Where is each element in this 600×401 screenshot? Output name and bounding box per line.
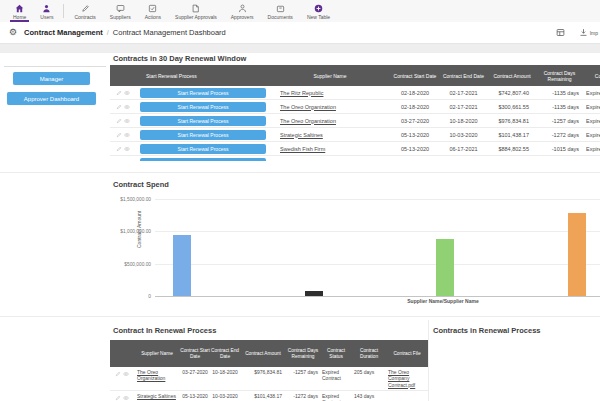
table-row: Start Renewal Process Strategic Saltines…: [110, 128, 600, 142]
contract-file-link[interactable]: The Oreo Company Contract.pdf: [386, 369, 428, 388]
edit-icon[interactable]: [116, 118, 122, 124]
supplier-link[interactable]: The Oreo Organization: [134, 369, 180, 382]
cell-status: Expired: [582, 118, 600, 124]
cell-end-date: 10-18-2020: [210, 369, 240, 375]
eye-icon[interactable]: [124, 104, 130, 110]
nav-suppliers[interactable]: Suppliers: [103, 0, 138, 22]
y-tick: $1,500,000.00: [110, 197, 151, 202]
breadcrumb-app[interactable]: Contract Management: [24, 28, 103, 37]
supplier-link[interactable]: The Ritz Republic: [270, 90, 390, 96]
cell-days: -1257 days: [286, 369, 320, 375]
cell-days: -1135 days: [537, 90, 582, 96]
start-renewal-button[interactable]: Start Renewal Process: [140, 102, 266, 112]
cell-end-date: 06-17-2021: [440, 146, 487, 152]
start-renewal-button[interactable]: Start Renewal Process: [140, 88, 266, 98]
page-band: [0, 44, 600, 53]
in-process-title: Contract In Renewal Process: [113, 326, 216, 335]
header-amount: Contract Amount: [487, 73, 537, 79]
eye-icon[interactable]: [123, 395, 129, 401]
cell-end-date: 10-03-2020: [210, 393, 240, 399]
table-header-row: Supplier Name Contract Start Date Contra…: [110, 340, 428, 367]
header-days: Contract Days Remaining: [537, 70, 582, 82]
cell-amount: $742,807.40: [487, 90, 537, 96]
edit-icon[interactable]: [115, 395, 121, 401]
eye-icon[interactable]: [124, 118, 130, 124]
nav-documents[interactable]: Documents: [261, 0, 300, 22]
header-status: Contract Status: [582, 73, 600, 79]
cell-status: Expired: [582, 90, 600, 96]
edit-icon[interactable]: [116, 132, 122, 138]
y-tick: 0: [110, 294, 151, 299]
cell-status: Expired: [582, 160, 600, 162]
eye-icon[interactable]: [123, 371, 129, 377]
edit-icon[interactable]: [116, 160, 122, 162]
nav-supplier-approvals-label: Supplier Approvals: [175, 14, 217, 20]
supplier-link[interactable]: Strategic Saltines: [270, 132, 390, 138]
import-icon: [579, 28, 588, 37]
cell-amount: $884,802.55: [487, 146, 537, 152]
start-renewal-button[interactable]: Start Renewal Process: [140, 158, 266, 162]
home-icon: [15, 4, 24, 13]
header-file: Contract File: [386, 351, 428, 357]
nav-contracts[interactable]: Contracts: [67, 0, 102, 22]
plot-area: [155, 199, 600, 297]
checkbox-icon: [148, 4, 157, 13]
header-supplier: Supplier Name: [270, 73, 390, 79]
eye-icon[interactable]: [124, 90, 130, 96]
nav-contracts-label: Contracts: [74, 14, 95, 20]
manager-button[interactable]: Manager: [13, 72, 90, 85]
archive-box-icon: [276, 4, 285, 13]
table-grid-icon[interactable]: [556, 28, 565, 37]
header-start-date: Contract Start Date: [390, 73, 440, 79]
gridline: [155, 231, 600, 232]
import-control[interactable]: Imp: [579, 28, 598, 37]
nav-documents-label: Documents: [268, 14, 293, 20]
gear-icon[interactable]: ⚙: [9, 28, 17, 37]
nav-new-table[interactable]: New Table: [300, 0, 337, 22]
cell-amount: $816,566.70: [487, 160, 537, 162]
users-icon: [42, 4, 51, 13]
chart-title: Contract Spend: [113, 180, 169, 189]
y-tick: $1,000,000.00: [110, 229, 151, 234]
nav-home[interactable]: Home: [6, 0, 33, 22]
start-renewal-button[interactable]: Start Renewal Process: [140, 130, 266, 140]
edit-icon[interactable]: [116, 146, 122, 152]
cell-days: -1272 days: [537, 132, 582, 138]
document-check-icon: [191, 4, 200, 13]
cell-end-date: 02-17-2021: [440, 90, 487, 96]
edit-icon[interactable]: [116, 90, 122, 96]
nav-users[interactable]: Users: [33, 0, 60, 22]
table-row: Start Renewal Process Swedish Fish Firm …: [110, 142, 600, 156]
renewal-window-title: Contracts in 30 Day Renewal Window: [113, 54, 246, 63]
sidebar-divider: [4, 66, 106, 67]
cell-days: -1272 days: [286, 393, 320, 399]
supplier-link[interactable]: Swedish Fish Firm: [270, 160, 390, 162]
header-days: Contract Days Remaining: [286, 348, 320, 359]
supplier-link[interactable]: The Oreo Organization: [270, 118, 390, 124]
table-row: The Oreo Organization 03-27-2020 10-18-2…: [110, 367, 428, 391]
supplier-link[interactable]: Swedish Fish Firm: [270, 146, 390, 152]
cell-end-date: 10-03-2020: [440, 132, 487, 138]
navbar-divider: [63, 4, 64, 18]
approver-dashboard-button[interactable]: Approver Dashboard: [7, 92, 96, 105]
start-renewal-button[interactable]: Start Renewal Process: [140, 144, 266, 154]
in-process-table: Supplier Name Contract Start Date Contra…: [110, 340, 428, 401]
edit-icon[interactable]: [116, 104, 122, 110]
eye-icon[interactable]: [124, 160, 130, 162]
supplier-link[interactable]: The Oreo Organization: [270, 104, 390, 110]
nav-supplier-approvals[interactable]: Supplier Approvals: [168, 0, 224, 22]
edit-icon[interactable]: [115, 371, 121, 377]
start-renewal-button[interactable]: Start Renewal Process: [140, 116, 266, 126]
eye-icon[interactable]: [124, 146, 130, 152]
cell-start-date: 02-18-2020: [390, 90, 440, 96]
table-row-clipped: Strategic Saltines 05-13-2020 10-03-2020…: [110, 391, 428, 401]
nav-approvers[interactable]: Approvers: [224, 0, 261, 22]
y-tick: $500,000.00: [110, 262, 151, 267]
nav-actions[interactable]: Actions: [138, 0, 168, 22]
breadcrumb-bar: ⚙ Contract Management / Contract Managem…: [0, 22, 600, 44]
section-divider: [0, 172, 600, 173]
eye-icon[interactable]: [124, 132, 130, 138]
header-end-date: Contract End Date: [210, 348, 240, 359]
supplier-link[interactable]: Strategic Saltines: [134, 393, 180, 399]
nav-actions-label: Actions: [145, 14, 161, 20]
